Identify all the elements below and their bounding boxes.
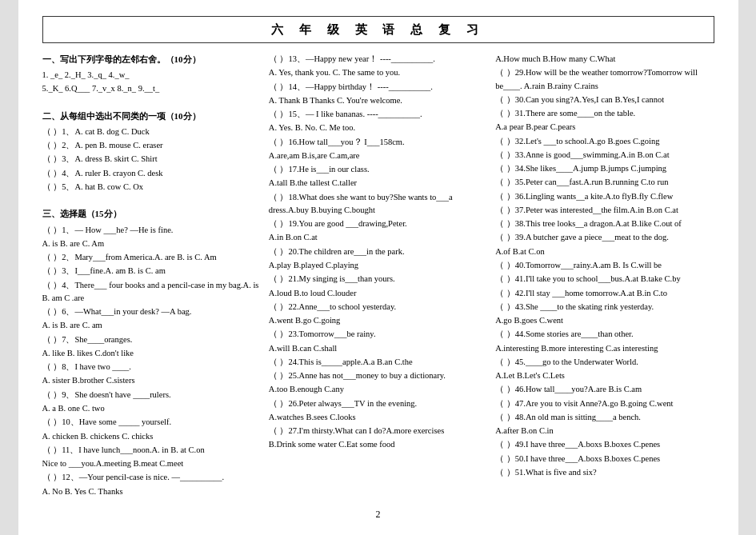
c2-item27: B.Drink some water C.Eat some food [269,438,487,451]
content-area: 一、写出下列字母的左邻右舍。（10分） 1. _e_ 2._H_ 3._q_ 4… [42,53,714,499]
c2-item18: A.went B.go C.going [269,314,487,327]
c3-item20: A.interesting B.more interesting C.as in… [495,342,714,355]
s2-item3: （ ）3、A. dress B. skirt C. Shirt [42,153,261,166]
c2-item25: A.watches B.sees C.looks [269,411,487,424]
c3-item4: A.a pear B.pear C.pears [495,121,714,134]
s3-item15: A. chicken B. chickens C. chicks [42,430,261,443]
c3-item18: A.go B.goes C.went [495,314,714,327]
c3-item28: （ ）50.I have three___A.boxs B.boxes C.pe… [495,453,714,465]
c3-item9: （ ）36.Lingling wants__a kite.A.to flyB.f… [495,190,714,203]
c2-item16: A.loud B.to loud C.louder [269,287,487,300]
c3-item14: （ ）40.Tomorrow___rainy.A.am B. Is C.will… [495,259,714,272]
c2-item10: （ ）18.What does she want to buy?She want… [269,191,487,218]
c2-item26: （ ）27.I'm thirsty.What can I do?A.more e… [269,425,487,437]
c2-item21: （ ）24.This is_____apple.A.a B.an C.the [269,356,487,369]
c2-item0: （ ）13、—Happy new year！ ----__________. [269,53,487,66]
section3-title: 三、选择题（15分） [42,207,261,221]
c2-item6: （ ）16.How tall___you？ I___158cm. [269,136,487,149]
c3-item16: （ ）42.I'll stay ___home tomorrow.A.at B.… [495,287,714,300]
section1-item1: 1. _e_ 2._H_ 3._q_ 4._w_ [42,69,261,82]
c3-item26: A.after B.on C.in [495,425,714,437]
c3-item13: A.of B.at C.on [495,246,714,258]
c3-item3: （ ）31.There are some____on the table. [495,107,714,120]
c2-item8: （ ）17.He is___in our class. [269,163,487,176]
c3-item24: （ ）47.Are you to visit Anne?A.go B.going… [495,397,714,410]
s3-item10: （ ）8、I have two ____. [42,361,261,373]
column-3: A.How much B.How many C.What （ ）29.How w… [495,53,714,499]
c2-item9: A.tall B.the tallest C.taller [269,177,487,190]
column-2: （ ）13、—Happy new year！ ----__________. A… [269,53,487,499]
c2-item17: （ ）22.Anne___to school yesterday. [269,301,487,313]
c2-item7: A.are,am B.is,are C.am,are [269,150,487,162]
s3-item12: （ ）9、She doesn't have ____rulers. [42,389,261,401]
c3-item6: （ ）33.Anne is good___swimming.A.in B.on … [495,149,714,162]
c2-item22: （ ）25.Anne has not___money to buy a dict… [269,369,487,382]
c3-item2: （ ）30.Can you sing?A.Yes,I can B.Yes,I c… [495,94,714,106]
column-1: 一、写出下列字母的左邻右舍。（10分） 1. _e_ 2._H_ 3._q_ 4… [42,53,261,499]
page-number: 2 [42,507,714,522]
c2-item12: A.in B.on C.at [269,231,487,244]
c3-item19: （ ）44.Some stories are____than other. [495,328,714,341]
s3-item8: （ ）7、She____oranges. [42,333,261,346]
section1-item2: 5._K_ 6.Q___ 7._v_x 8._n_ 9.__t_ [42,82,261,95]
c2-item5: A. Yes. B. No. C. Me too. [269,122,487,134]
section1-title: 一、写出下列字母的左邻右舍。（10分） [42,53,261,66]
c3-item1: （ ）29.How will be the weather tomorrow?T… [495,66,714,93]
c3-item15: （ ）41.I'll take you to school___bus.A.at… [495,273,714,285]
c3-item29: （ ）51.What is five and six? [495,466,714,479]
c2-item4: （ ）15、— I like bananas. ----__________. [269,108,487,121]
s3-item7: A. is B. are C. am [42,319,261,332]
c2-item1: A. Yes, thank you. C. The same to you. [269,66,487,79]
s3-item5: （ ）4、There___ four books and a pencil-ca… [42,279,261,305]
c2-item14: A.play B.played C.playing [269,259,487,272]
s3-item4: （ ）3、I___fine.A. am B. is C. am [42,265,261,277]
c2-item24: （ ）26.Peter always___TV in the evening. [269,397,487,410]
c2-item3: A. Thank B Thanks C. You're welcome. [269,94,487,107]
c3-item17: （ ）43.She ____to the skating rink yester… [495,301,714,313]
page-title: 六 年 级 英 语 总 复 习 [42,16,714,43]
c2-item19: （ ）23.Tomorrow___be rainy. [269,328,487,341]
s3-item19: A. No B. Yes C. Thanks [42,485,261,498]
c3-item7: （ ）34.She likes____A.jump B.jumps C.jump… [495,162,714,175]
s3-item2: A. is B. are C. Am [42,238,261,250]
c3-item21: （ ）45.____go to the Underwater World. [495,356,714,369]
c3-item25: （ ）48.An old man is sitting____a bench. [495,411,714,424]
s3-item1: （ ）1、— How ___he? —He is fine. [42,224,261,237]
c2-item2: （ ）14、—Happy birthday！ ----__________. [269,81,487,94]
s3-item11: A. sister B.brother C.sisters [42,374,261,387]
c3-item22: A.Let B.Let's C.Lets [495,369,714,382]
c2-item13: （ ）20.The children are___in the park. [269,246,487,258]
c2-item23: A.too B.enough C.any [269,383,487,396]
s3-item6: （ ）6、—What___in your desk? —A bag. [42,305,261,318]
s3-item9: A. like B. likes C.don't like [42,347,261,360]
c2-item15: （ ）21.My singing is___than yours. [269,273,487,285]
s3-item18: （ ）12、—Your pencil-case is nice. —______… [42,471,261,484]
c3-item11: （ ）38.This tree looks__a dragon.A.at B.l… [495,218,714,230]
s3-item17: Nice to ___you.A.meeting B.meat C.meet [42,457,261,470]
s3-item13: A. a B. one C. two [42,402,261,415]
s3-item3: （ ）2、Mary___from America.A. are B. is C.… [42,251,261,264]
c3-item0: A.How much B.How many C.What [495,53,714,66]
s2-item1: （ ）1、A. cat B. dog C. Duck [42,126,261,138]
c3-item27: （ ）49.I have three___A.boxs B.boxes C.pe… [495,438,714,451]
c3-item8: （ ）35.Peter can___fast.A.run B.running C… [495,176,714,189]
c3-item23: （ ）46.How tall____you?A.are B.is C.am [495,383,714,396]
section2-title: 二、从每组中选出不同类的一项（10分） [42,110,261,123]
c3-item10: （ ）37.Peter was interested__the film.A.i… [495,204,714,217]
s2-item5: （ ）5、A. hat B. cow C. Ox [42,181,261,194]
s3-item16: （ ）11、I have lunch___noon.A. in B. at C.… [42,444,261,457]
c2-item20: A.will B.can C.shall [269,342,487,355]
c3-item5: （ ）32.Let's ___to school.A.go B.goes C.g… [495,135,714,148]
s2-item2: （ ）2、A. pen B. mouse C. eraser [42,139,261,152]
s2-item4: （ ）4、A. ruler B. crayon C. desk [42,167,261,180]
c3-item12: （ ）39.A butcher gave a piece___meat to t… [495,231,714,244]
exam-page: 六 年 级 英 语 总 复 习 一、写出下列字母的左邻右舍。（10分） 1. _… [18,0,738,535]
c2-item11: （ ）19.You are good ___drawing,Peter. [269,218,487,230]
s3-item14: （ ）10、Have some _____ yourself. [42,416,261,429]
